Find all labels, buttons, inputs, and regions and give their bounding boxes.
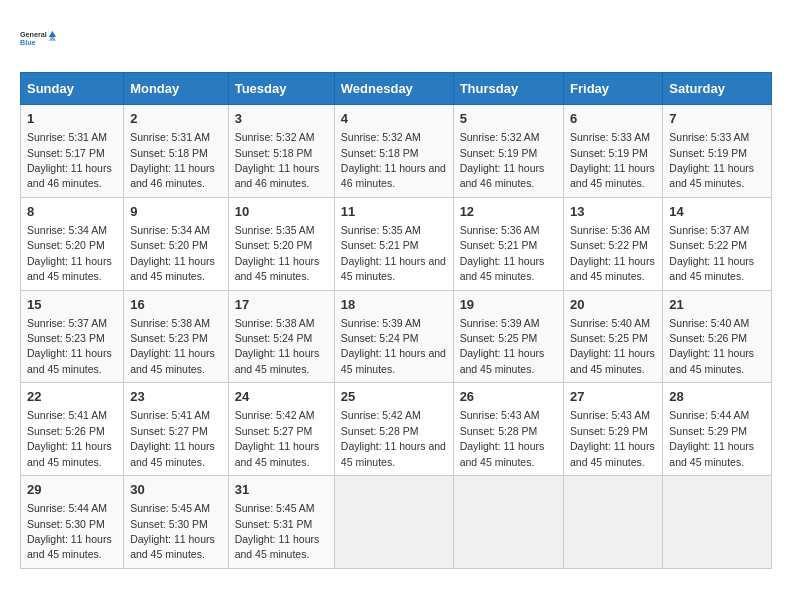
day-number: 25 [341,388,447,406]
daylight-info: Daylight: 11 hours and 45 minutes. [570,440,655,467]
daylight-info: Daylight: 11 hours and 46 minutes. [341,162,446,189]
day-number: 21 [669,296,765,314]
calendar-table: SundayMondayTuesdayWednesdayThursdayFrid… [20,72,772,569]
day-number: 19 [460,296,557,314]
calendar-cell: 16Sunrise: 5:38 AMSunset: 5:23 PMDayligh… [124,290,229,383]
calendar-cell: 3Sunrise: 5:32 AMSunset: 5:18 PMDaylight… [228,105,334,198]
calendar-cell: 1Sunrise: 5:31 AMSunset: 5:17 PMDaylight… [21,105,124,198]
daylight-info: Daylight: 11 hours and 45 minutes. [669,440,754,467]
day-number: 13 [570,203,656,221]
calendar-header: SundayMondayTuesdayWednesdayThursdayFrid… [21,73,772,105]
daylight-info: Daylight: 11 hours and 45 minutes. [235,255,320,282]
sunset-info: Sunset: 5:23 PM [130,332,208,344]
sunset-info: Sunset: 5:31 PM [235,518,313,530]
logo: General Blue [20,20,56,56]
calendar-cell: 28Sunrise: 5:44 AMSunset: 5:29 PMDayligh… [663,383,772,476]
sunset-info: Sunset: 5:23 PM [27,332,105,344]
daylight-info: Daylight: 11 hours and 45 minutes. [235,533,320,560]
daylight-info: Daylight: 11 hours and 46 minutes. [27,162,112,189]
calendar-cell: 11Sunrise: 5:35 AMSunset: 5:21 PMDayligh… [334,197,453,290]
day-number: 20 [570,296,656,314]
sunrise-info: Sunrise: 5:44 AM [669,409,749,421]
calendar-cell: 22Sunrise: 5:41 AMSunset: 5:26 PMDayligh… [21,383,124,476]
calendar-cell: 29Sunrise: 5:44 AMSunset: 5:30 PMDayligh… [21,476,124,569]
day-number: 29 [27,481,117,499]
sunset-info: Sunset: 5:20 PM [27,239,105,251]
calendar-week-4: 22Sunrise: 5:41 AMSunset: 5:26 PMDayligh… [21,383,772,476]
sunrise-info: Sunrise: 5:43 AM [460,409,540,421]
logo-icon: General Blue [20,20,56,56]
sunset-info: Sunset: 5:20 PM [235,239,313,251]
sunrise-info: Sunrise: 5:41 AM [130,409,210,421]
sunset-info: Sunset: 5:18 PM [235,147,313,159]
day-number: 27 [570,388,656,406]
calendar-cell: 13Sunrise: 5:36 AMSunset: 5:22 PMDayligh… [564,197,663,290]
sunset-info: Sunset: 5:19 PM [669,147,747,159]
sunset-info: Sunset: 5:19 PM [460,147,538,159]
sunset-info: Sunset: 5:21 PM [460,239,538,251]
calendar-cell: 23Sunrise: 5:41 AMSunset: 5:27 PMDayligh… [124,383,229,476]
daylight-info: Daylight: 11 hours and 45 minutes. [460,440,545,467]
header-thursday: Thursday [453,73,563,105]
calendar-cell [334,476,453,569]
daylight-info: Daylight: 11 hours and 45 minutes. [130,347,215,374]
sunset-info: Sunset: 5:24 PM [341,332,419,344]
sunset-info: Sunset: 5:29 PM [570,425,648,437]
day-number: 14 [669,203,765,221]
sunrise-info: Sunrise: 5:31 AM [27,131,107,143]
day-number: 8 [27,203,117,221]
day-number: 28 [669,388,765,406]
sunrise-info: Sunrise: 5:45 AM [235,502,315,514]
header-monday: Monday [124,73,229,105]
daylight-info: Daylight: 11 hours and 45 minutes. [460,255,545,282]
calendar-cell: 9Sunrise: 5:34 AMSunset: 5:20 PMDaylight… [124,197,229,290]
sunrise-info: Sunrise: 5:33 AM [669,131,749,143]
daylight-info: Daylight: 11 hours and 45 minutes. [27,255,112,282]
calendar-cell: 19Sunrise: 5:39 AMSunset: 5:25 PMDayligh… [453,290,563,383]
daylight-info: Daylight: 11 hours and 46 minutes. [130,162,215,189]
sunset-info: Sunset: 5:17 PM [27,147,105,159]
header-tuesday: Tuesday [228,73,334,105]
day-number: 30 [130,481,222,499]
sunset-info: Sunset: 5:22 PM [570,239,648,251]
calendar-cell [663,476,772,569]
calendar-cell: 4Sunrise: 5:32 AMSunset: 5:18 PMDaylight… [334,105,453,198]
day-number: 2 [130,110,222,128]
calendar-cell: 7Sunrise: 5:33 AMSunset: 5:19 PMDaylight… [663,105,772,198]
sunrise-info: Sunrise: 5:41 AM [27,409,107,421]
calendar-cell: 31Sunrise: 5:45 AMSunset: 5:31 PMDayligh… [228,476,334,569]
sunset-info: Sunset: 5:25 PM [570,332,648,344]
sunrise-info: Sunrise: 5:43 AM [570,409,650,421]
day-number: 16 [130,296,222,314]
sunrise-info: Sunrise: 5:31 AM [130,131,210,143]
sunset-info: Sunset: 5:22 PM [669,239,747,251]
sunset-info: Sunset: 5:21 PM [341,239,419,251]
day-number: 3 [235,110,328,128]
sunrise-info: Sunrise: 5:42 AM [341,409,421,421]
calendar-cell [564,476,663,569]
calendar-cell: 30Sunrise: 5:45 AMSunset: 5:30 PMDayligh… [124,476,229,569]
day-number: 10 [235,203,328,221]
day-number: 17 [235,296,328,314]
day-number: 4 [341,110,447,128]
daylight-info: Daylight: 11 hours and 45 minutes. [130,440,215,467]
calendar-cell: 24Sunrise: 5:42 AMSunset: 5:27 PMDayligh… [228,383,334,476]
sunrise-info: Sunrise: 5:35 AM [235,224,315,236]
day-number: 24 [235,388,328,406]
daylight-info: Daylight: 11 hours and 46 minutes. [235,162,320,189]
sunrise-info: Sunrise: 5:34 AM [27,224,107,236]
header: General Blue [20,20,772,56]
day-number: 23 [130,388,222,406]
calendar-week-5: 29Sunrise: 5:44 AMSunset: 5:30 PMDayligh… [21,476,772,569]
sunset-info: Sunset: 5:30 PM [27,518,105,530]
day-number: 31 [235,481,328,499]
sunset-info: Sunset: 5:18 PM [341,147,419,159]
sunrise-info: Sunrise: 5:39 AM [341,317,421,329]
sunset-info: Sunset: 5:27 PM [130,425,208,437]
sunset-info: Sunset: 5:26 PM [27,425,105,437]
daylight-info: Daylight: 11 hours and 45 minutes. [570,162,655,189]
sunrise-info: Sunrise: 5:37 AM [27,317,107,329]
day-number: 5 [460,110,557,128]
daylight-info: Daylight: 11 hours and 45 minutes. [341,440,446,467]
day-number: 12 [460,203,557,221]
